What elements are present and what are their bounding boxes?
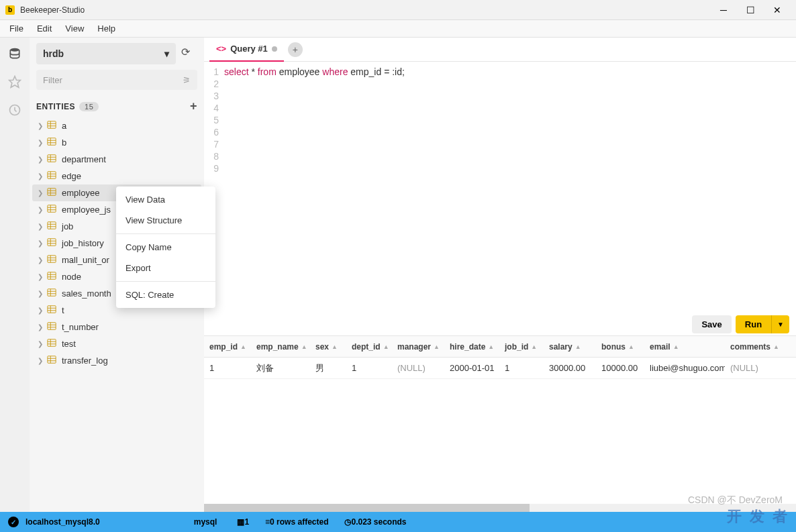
sidebar-item-transfer_log[interactable]: ❯transfer_log: [32, 352, 201, 369]
chevron-right-icon: ❯: [38, 340, 47, 348]
ctx-copy-name[interactable]: Copy Name: [116, 237, 215, 258]
table-icon: [47, 321, 58, 333]
svg-rect-47: [48, 306, 56, 313]
tab-bar: <> Query #1 +: [204, 38, 796, 62]
column-dept_id[interactable]: dept_id▲: [346, 342, 392, 352]
star-icon[interactable]: [5, 72, 24, 91]
sidebar-item-a[interactable]: ❯a: [32, 117, 201, 134]
table-icon: [47, 221, 58, 232]
run-button[interactable]: Run: [736, 315, 771, 333]
separator: [116, 233, 215, 234]
sidebar-item-test[interactable]: ❯test: [32, 335, 201, 352]
sidebar-item-t_number[interactable]: ❯t_number: [32, 319, 201, 335]
close-button[interactable]: ✕: [764, 0, 791, 20]
database-icon[interactable]: [5, 44, 24, 63]
column-comments[interactable]: comments▲: [725, 342, 784, 352]
chevron-right-icon: ❯: [38, 290, 47, 297]
cell[interactable]: liubei@shuguo.com: [644, 363, 725, 373]
svg-rect-51: [48, 323, 56, 330]
svg-rect-23: [48, 205, 56, 213]
maximize-button[interactable]: ☐: [737, 0, 764, 20]
table-name: job_history: [62, 238, 104, 248]
database-select[interactable]: hrdb ▾: [36, 43, 176, 64]
cell[interactable]: 1: [204, 363, 251, 373]
minimize-button[interactable]: ─: [710, 0, 737, 20]
save-button[interactable]: Save: [692, 315, 731, 333]
cell[interactable]: 1: [346, 363, 392, 373]
svg-rect-7: [48, 138, 56, 146]
ctx-view-structure[interactable]: View Structure: [116, 210, 215, 231]
table-name: department: [62, 154, 106, 164]
ctx-view-data[interactable]: View Data: [116, 189, 215, 210]
cell[interactable]: (NULL): [392, 363, 444, 373]
column-emp_name[interactable]: emp_name▲: [251, 342, 310, 352]
grid-header: emp_id▲emp_name▲sex▲dept_id▲manager▲hire…: [204, 336, 796, 358]
chevron-right-icon: ❯: [38, 323, 47, 331]
sql-editor[interactable]: 123456789 select * from employee where e…: [204, 62, 796, 182]
refresh-button[interactable]: ⟳: [181, 46, 197, 62]
table-icon: [47, 338, 58, 350]
cell[interactable]: 1: [499, 363, 544, 373]
ctx-sql-create[interactable]: SQL: Create: [116, 284, 215, 305]
content-area: <> Query #1 + 123456789 select * from em…: [204, 38, 796, 512]
cell[interactable]: 2000-01-01: [444, 363, 499, 373]
svg-rect-31: [48, 239, 56, 246]
entity-tree: ❯a❯b❯department❯edge❯employee❯employee_j…: [30, 117, 204, 507]
add-entity-button[interactable]: +: [190, 99, 197, 113]
chevron-right-icon: ❯: [38, 189, 47, 197]
watermark: 开 发 者: [727, 507, 789, 527]
chevron-down-icon: ▾: [164, 48, 169, 59]
add-tab-button[interactable]: +: [288, 42, 303, 57]
scrollbar-thumb[interactable]: [204, 504, 530, 512]
filter-icon: ⚞: [183, 75, 191, 85]
sort-icon: ▲: [240, 343, 246, 350]
column-sex[interactable]: sex▲: [310, 342, 346, 352]
menu-file[interactable]: File: [3, 21, 30, 36]
chevron-right-icon: ❯: [38, 240, 47, 247]
column-email[interactable]: email▲: [644, 342, 725, 352]
sidebar-item-b[interactable]: ❯b: [32, 134, 201, 151]
entities-count: 15: [79, 102, 99, 111]
column-hire_date[interactable]: hire_date▲: [444, 342, 499, 352]
table-icon: [47, 288, 58, 299]
app-title: Beekeeper-Studio: [20, 5, 710, 15]
cell[interactable]: 刘备: [251, 362, 310, 374]
context-menu: View Data View Structure Copy Name Expor…: [116, 187, 215, 308]
table-name: job: [62, 221, 73, 231]
table-icon: [47, 254, 58, 266]
cell[interactable]: (NULL): [725, 363, 784, 373]
run-dropdown-button[interactable]: ▼: [771, 315, 789, 333]
menu-view[interactable]: View: [58, 21, 91, 36]
cell[interactable]: 男: [310, 362, 346, 374]
svg-rect-27: [48, 222, 56, 229]
column-bonus[interactable]: bonus▲: [596, 342, 644, 352]
results-grid: emp_id▲emp_name▲sex▲dept_id▲manager▲hire…: [204, 335, 796, 379]
column-salary[interactable]: salary▲: [544, 342, 596, 352]
connection-name: localhost_mysql8.0: [26, 517, 100, 527]
menu-edit[interactable]: Edit: [30, 21, 58, 36]
table-row[interactable]: 1刘备男1(NULL)2000-01-01130000.0010000.00li…: [204, 358, 796, 379]
sidebar-item-edge[interactable]: ❯edge: [32, 168, 201, 184]
chevron-right-icon: ❯: [38, 122, 47, 129]
menubar: File Edit View Help: [0, 20, 796, 38]
sort-icon: ▲: [434, 343, 440, 350]
cell[interactable]: 10000.00: [596, 363, 644, 373]
chevron-right-icon: ❯: [38, 357, 47, 364]
ctx-export[interactable]: Export: [116, 258, 215, 278]
column-emp_id[interactable]: emp_id▲: [204, 342, 251, 352]
entities-header: ENTITIES 15 +: [30, 95, 204, 117]
code-content: select * from employee where emp_id = :i…: [224, 66, 405, 178]
chevron-right-icon: ❯: [38, 139, 47, 146]
tab-query-1[interactable]: <> Query #1: [209, 38, 284, 62]
filter-input[interactable]: Filter ⚞: [36, 70, 197, 90]
clock-icon: ◷: [344, 517, 351, 527]
cell[interactable]: 30000.00: [544, 363, 596, 373]
column-manager[interactable]: manager▲: [392, 342, 444, 352]
history-icon[interactable]: [5, 101, 24, 119]
engine-name: mysql: [194, 517, 217, 527]
rows-icon: ▦: [237, 517, 244, 527]
menu-help[interactable]: Help: [91, 21, 122, 36]
column-job_id[interactable]: job_id▲: [499, 342, 544, 352]
table-icon: [47, 154, 58, 165]
sidebar-item-department[interactable]: ❯department: [32, 151, 201, 168]
